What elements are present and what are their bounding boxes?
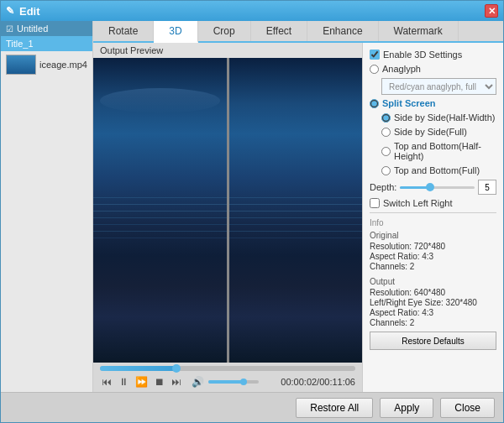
output-subtitle: Output — [370, 277, 496, 286]
side-by-side-full-row: Side by Side(Full) — [381, 127, 496, 137]
enable-3d-row: Enable 3D Settings — [370, 50, 496, 60]
content-area: Output Preview — [93, 43, 503, 392]
original-subtitle: Original — [370, 231, 496, 240]
sidebar-title1-label: Title_1 — [6, 39, 34, 49]
volume-thumb[interactable] — [240, 379, 247, 385]
edit-icon: ✎ — [6, 5, 14, 17]
preview-label: Output Preview — [93, 43, 362, 58]
sidebar-title: Untitled — [17, 24, 48, 34]
depth-slider[interactable] — [400, 186, 475, 189]
progress-fill — [100, 366, 176, 371]
controls-row: ⏮ ⏸ ⏩ ⏹ ⏭ 🔊 — [100, 375, 355, 389]
file-name: iceage.mp4 — [39, 60, 87, 70]
edit-window: ✎ Edit ✕ ☑ Untitled Title_1 iceage.mp4 R… — [0, 0, 504, 423]
output-resolution: Resolution: 640*480 — [370, 288, 496, 297]
switch-lr-label: Switch Left Right — [383, 198, 453, 208]
original-aspect: Aspect Ratio: 4:3 — [370, 252, 496, 261]
split-screen-label: Split Screen — [382, 98, 436, 108]
tabs-bar: Rotate 3D Crop Effect Enhance Watermark — [93, 21, 503, 43]
sidebar-file-item[interactable]: iceage.mp4 — [1, 51, 92, 78]
top-bottom-full-label: Top and Bottom(Full) — [394, 165, 480, 175]
progress-bar[interactable] — [100, 366, 355, 371]
wave-overlay-right — [229, 58, 363, 363]
original-channels: Channels: 2 — [370, 262, 496, 271]
apply-button[interactable]: Apply — [380, 398, 433, 418]
depth-value[interactable]: 5 — [478, 180, 496, 195]
close-window-button[interactable]: ✕ — [485, 4, 498, 18]
play-pause-button[interactable]: ⏸ — [117, 375, 130, 389]
tab-watermark[interactable]: Watermark — [379, 21, 459, 41]
anaglyph-row: Anaglyph — [370, 64, 496, 74]
top-bottom-half-label: Top and Bottom(Half-Height) — [394, 141, 496, 161]
tab-crop[interactable]: Crop — [198, 21, 251, 41]
settings-panel: Enable 3D Settings Anaglyph Red/cyan ana… — [362, 43, 503, 392]
prev-button[interactable]: ⏮ — [100, 375, 113, 389]
sidebar: ☑ Untitled Title_1 iceage.mp4 — [1, 21, 93, 392]
main-content: ☑ Untitled Title_1 iceage.mp4 Rotate 3D … — [1, 21, 503, 392]
output-eye-size: Left/Right Eye Size: 320*480 — [370, 298, 496, 307]
volume-bar[interactable] — [208, 380, 259, 384]
next-button[interactable]: ⏭ — [170, 375, 183, 389]
anaglyph-radio[interactable] — [370, 65, 379, 74]
info-title: Info — [370, 218, 496, 227]
split-right-frame — [229, 58, 363, 363]
top-bottom-full-row: Top and Bottom(Full) — [381, 165, 496, 175]
tab-rotate[interactable]: Rotate — [93, 21, 154, 41]
split-options: Side by Side(Half-Width) Side by Side(Fu… — [370, 112, 496, 175]
split-screen-row: Split Screen — [370, 98, 496, 108]
anaglyph-dropdown[interactable]: Red/cyan anaglyph, full color — [381, 78, 496, 95]
top-bottom-half-radio[interactable] — [381, 147, 391, 156]
anaglyph-label: Anaglyph — [382, 64, 421, 74]
enable-3d-label: Enable 3D Settings — [383, 50, 462, 60]
title-bar: ✎ Edit ✕ — [1, 1, 503, 21]
sidebar-header: ☑ Untitled — [1, 21, 92, 36]
volume-icon[interactable]: 🔊 — [190, 375, 206, 389]
playback-area: ⏮ ⏸ ⏩ ⏹ ⏭ 🔊 — [93, 363, 362, 392]
side-by-side-half-label: Side by Side(Half-Width) — [394, 112, 495, 123]
time-display: 00:00:02/00:11:06 — [281, 377, 355, 387]
top-bottom-full-radio[interactable] — [381, 166, 391, 175]
depth-slider-container: 5 — [400, 180, 496, 195]
stop-button[interactable]: ⏹ — [153, 375, 166, 389]
side-by-side-half-row: Side by Side(Half-Width) — [381, 112, 496, 123]
tab-3d[interactable]: 3D — [154, 21, 197, 43]
volume-fill — [208, 380, 244, 384]
sidebar-item-title1[interactable]: Title_1 — [1, 36, 92, 51]
switch-lr-row: Switch Left Right — [370, 198, 496, 208]
file-thumbnail — [6, 55, 36, 75]
close-button[interactable]: Close — [440, 398, 495, 418]
depth-row: Depth: 5 — [370, 180, 496, 195]
side-by-side-full-radio[interactable] — [381, 128, 391, 137]
tab-effect[interactable]: Effect — [251, 21, 307, 41]
side-by-side-half-radio[interactable] — [381, 113, 391, 123]
tab-enhance[interactable]: Enhance — [307, 21, 378, 41]
output-channels: Channels: 2 — [370, 318, 496, 327]
side-by-side-full-label: Side by Side(Full) — [394, 127, 467, 137]
volume-section: 🔊 — [190, 375, 259, 389]
split-screen-radio[interactable] — [370, 99, 379, 108]
restore-defaults-button[interactable]: Restore Defaults — [370, 332, 496, 350]
depth-thumb[interactable] — [426, 183, 434, 191]
enable-3d-checkbox[interactable] — [370, 50, 380, 60]
switch-lr-checkbox[interactable] — [370, 198, 380, 208]
right-panel: Rotate 3D Crop Effect Enhance Watermark … — [93, 21, 503, 392]
wave-overlay-left — [93, 58, 227, 363]
top-bottom-half-row: Top and Bottom(Half-Height) — [381, 141, 496, 161]
split-screen-preview — [93, 58, 362, 363]
progress-thumb[interactable] — [172, 364, 181, 373]
anaglyph-dropdown-container: Red/cyan anaglyph, full color — [370, 78, 496, 98]
window-title: Edit — [19, 5, 485, 18]
bottom-bar: Restore All Apply Close — [1, 392, 503, 422]
output-aspect: Aspect Ratio: 4:3 — [370, 308, 496, 317]
info-section: Info Original Resolution: 720*480 Aspect… — [370, 212, 496, 327]
split-left-frame — [93, 58, 227, 363]
check-icon: ☑ — [6, 24, 13, 34]
original-resolution: Resolution: 720*480 — [370, 242, 496, 251]
video-container — [93, 58, 362, 363]
preview-area: Output Preview — [93, 43, 362, 392]
fast-forward-button[interactable]: ⏩ — [134, 375, 150, 389]
restore-all-button[interactable]: Restore All — [296, 398, 373, 418]
depth-label: Depth: — [370, 182, 396, 192]
